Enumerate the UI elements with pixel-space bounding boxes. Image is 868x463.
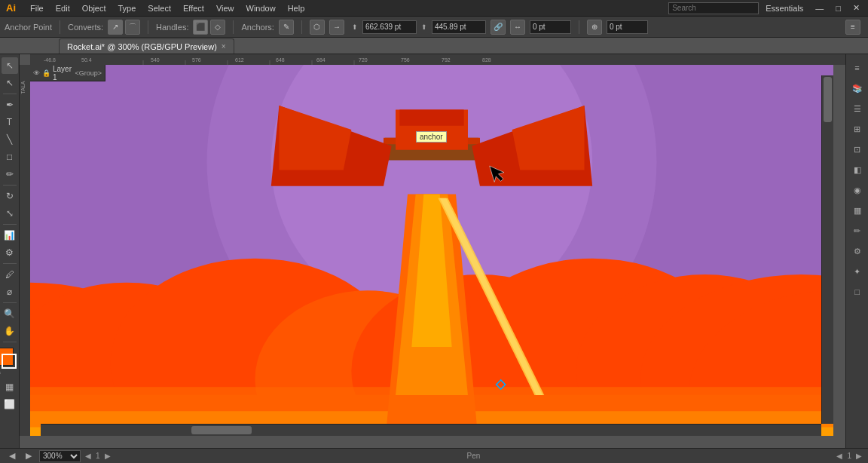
divider5 bbox=[579, 20, 579, 34]
convert-btn-1[interactable]: ↗ bbox=[108, 20, 123, 35]
menu-help[interactable]: Help bbox=[283, 2, 310, 14]
document-tab[interactable]: Rocket.ai* @ 300% (RGB/GPU Preview) × bbox=[59, 38, 234, 54]
divider4 bbox=[301, 20, 302, 34]
handle-btn-1[interactable]: ⬛ bbox=[193, 20, 208, 35]
layers-panel-btn[interactable]: ☰ bbox=[848, 100, 866, 118]
converts-label: Converts: bbox=[68, 23, 103, 32]
swatches-panel-btn[interactable]: ▦ bbox=[848, 201, 866, 219]
convert-btn-2[interactable]: ⌒ bbox=[125, 20, 140, 35]
main-layout: ↖ ↖ ✒ T ╲ □ ✏ ↻ ⤡ 📊 ⚙ 🖊 ⌀ 🔍 ✋ ⇄ ▦ ⬜ bbox=[0, 54, 868, 448]
graphic-styles-btn[interactable]: ✦ bbox=[848, 262, 866, 281]
shape-tool[interactable]: □ bbox=[2, 149, 18, 165]
brushes-panel-btn[interactable]: ✏ bbox=[848, 222, 866, 240]
layer-panel-header: 👁 🔒 Layer 1 <Group> bbox=[30, 65, 105, 81]
w-input[interactable] bbox=[530, 20, 571, 34]
appearance-panel-btn[interactable]: ◉ bbox=[848, 181, 866, 199]
minimize-btn[interactable]: — bbox=[810, 2, 829, 14]
panel-toggle-btn[interactable]: ≡ bbox=[845, 20, 860, 35]
canvas-area[interactable]: -46.8 50.4 540 576 612 648 684 720 756 7… bbox=[20, 54, 845, 448]
y-input[interactable] bbox=[432, 20, 486, 34]
menu-view[interactable]: View bbox=[211, 2, 240, 14]
paint-tool[interactable]: ✏ bbox=[2, 166, 18, 182]
search-input[interactable] bbox=[668, 2, 759, 14]
maximize-btn[interactable]: □ bbox=[830, 2, 846, 14]
svg-rect-48 bbox=[399, 109, 463, 125]
graph-tool[interactable]: 📊 bbox=[2, 227, 18, 244]
eyedropper-tool[interactable]: 🖊 bbox=[2, 266, 18, 283]
right-panel: ≡ 📚 ☰ ⊞ ⊡ ◧ ◉ ▦ ✏ ⚙ ✦ □ bbox=[845, 54, 868, 448]
scale-tool[interactable]: ⤡ bbox=[2, 205, 18, 222]
status-arrow-right[interactable]: ▶ bbox=[23, 450, 35, 462]
artwork[interactable] bbox=[30, 65, 833, 436]
menu-select[interactable]: Select bbox=[142, 2, 176, 14]
select-tool[interactable]: ↖ bbox=[2, 57, 18, 74]
svg-text:TALA: TALA bbox=[20, 81, 26, 94]
rotate-tool[interactable]: ↻ bbox=[2, 188, 18, 204]
essentials-menu[interactable]: Essentials bbox=[760, 2, 808, 14]
extra-input[interactable] bbox=[607, 20, 648, 34]
link-btn[interactable]: 🔗 bbox=[491, 20, 506, 35]
transform-panel-btn[interactable]: ⊡ bbox=[848, 140, 866, 158]
menu-bar: Ai File Edit Object Type Select Effect V… bbox=[0, 0, 868, 17]
pathfinder-panel-btn[interactable]: ◧ bbox=[848, 161, 866, 179]
scrollbar-vertical-thumb[interactable] bbox=[824, 77, 832, 122]
scrollbar-horizontal[interactable] bbox=[41, 424, 821, 436]
svg-text:-46.8: -46.8 bbox=[44, 57, 56, 63]
page-forward-btn[interactable]: ▶ bbox=[105, 452, 111, 460]
artboard-forward-btn[interactable]: ▶ bbox=[856, 452, 862, 460]
canvas-content[interactable]: 👁 🔒 Layer 1 <Group> bbox=[30, 65, 833, 436]
menu-window[interactable]: Window bbox=[241, 2, 281, 14]
blend-tool[interactable]: ⌀ bbox=[2, 284, 18, 300]
menu-type[interactable]: Type bbox=[113, 2, 142, 14]
arrow-btn[interactable]: → bbox=[329, 20, 344, 35]
layer-visibility-btn[interactable]: 👁 bbox=[33, 69, 40, 77]
align-panel-btn[interactable]: ⊞ bbox=[848, 120, 866, 138]
anchor-tool-btn[interactable]: ✎ bbox=[279, 20, 294, 35]
page-back-btn[interactable]: ◀ bbox=[85, 452, 91, 460]
swap-colors-icon[interactable]: ⇄ bbox=[0, 369, 1, 376]
anchor-point-label: Anchor Point bbox=[5, 23, 52, 32]
app-logo: Ai bbox=[3, 2, 19, 14]
close-btn[interactable]: ✕ bbox=[848, 2, 865, 14]
layer-lock-btn[interactable]: 🔒 bbox=[42, 69, 50, 77]
symbol-tool[interactable]: ⚙ bbox=[2, 244, 18, 261]
extra-btn[interactable]: ⊕ bbox=[587, 20, 602, 35]
anchors-label: Anchors: bbox=[241, 23, 274, 32]
stroke-color[interactable] bbox=[2, 354, 17, 369]
zoom-select[interactable]: 300% 200% 150% 100% 75% 50% bbox=[39, 450, 81, 462]
gradient-tool[interactable]: ▦ bbox=[2, 379, 18, 395]
properties-panel-btn[interactable]: ≡ bbox=[848, 59, 866, 77]
x-label: ⬆ bbox=[352, 23, 358, 31]
menu-edit[interactable]: Edit bbox=[50, 2, 75, 14]
svg-text:540: 540 bbox=[151, 57, 160, 63]
pen-tool[interactable]: ✒ bbox=[2, 97, 18, 113]
status-arrow-left[interactable]: ◀ bbox=[6, 450, 18, 462]
zoom-tool[interactable]: 🔍 bbox=[2, 305, 18, 322]
edit-shape-btn[interactable]: ⬡ bbox=[310, 20, 325, 35]
tab-bar: Rocket.ai* @ 300% (RGB/GPU Preview) × bbox=[0, 38, 868, 54]
symbols-panel-btn[interactable]: ⚙ bbox=[848, 242, 866, 260]
menu-file[interactable]: File bbox=[25, 2, 49, 14]
tool-divider-2 bbox=[3, 185, 17, 186]
tool-divider-3 bbox=[3, 224, 17, 225]
artboard-back-btn[interactable]: ◀ bbox=[836, 452, 842, 460]
tab-close-btn[interactable]: × bbox=[222, 42, 226, 51]
flip-h-btn[interactable]: ↔ bbox=[510, 20, 525, 35]
ruler-top: -46.8 50.4 540 576 612 648 684 720 756 7… bbox=[30, 54, 845, 65]
handles-label: Handles: bbox=[156, 23, 188, 32]
scrollbar-vertical[interactable] bbox=[821, 75, 833, 424]
handle-btn-2[interactable]: ◇ bbox=[210, 20, 225, 35]
libraries-panel-btn[interactable]: 📚 bbox=[848, 79, 866, 97]
menu-object[interactable]: Object bbox=[77, 2, 112, 14]
type-tool[interactable]: T bbox=[2, 114, 18, 130]
line-tool[interactable]: ╲ bbox=[2, 131, 18, 148]
divider3 bbox=[233, 20, 234, 34]
scrollbar-horizontal-thumb[interactable] bbox=[191, 426, 252, 434]
artboards-panel-btn[interactable]: □ bbox=[848, 283, 866, 301]
menu-effect[interactable]: Effect bbox=[178, 2, 209, 14]
none-fill-btn[interactable]: ⬜ bbox=[2, 396, 18, 412]
direct-select-tool[interactable]: ↖ bbox=[2, 75, 18, 91]
svg-text:648: 648 bbox=[276, 57, 285, 63]
hand-tool[interactable]: ✋ bbox=[2, 323, 18, 339]
x-input[interactable] bbox=[362, 20, 417, 34]
